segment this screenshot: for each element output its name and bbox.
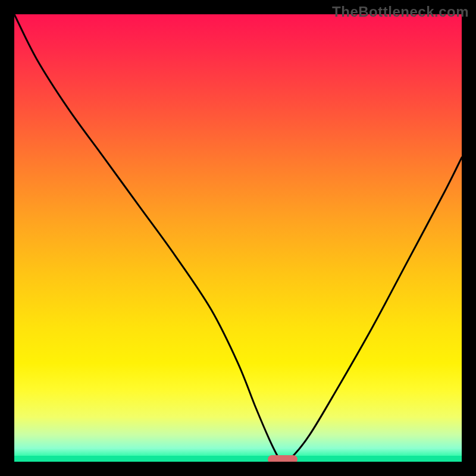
plot-area [14, 14, 462, 462]
bottleneck-curve [14, 14, 462, 462]
optimal-marker [268, 455, 298, 462]
watermark-text: TheBottleneck.com [332, 4, 469, 20]
chart-frame: TheBottleneck.com [0, 0, 476, 476]
